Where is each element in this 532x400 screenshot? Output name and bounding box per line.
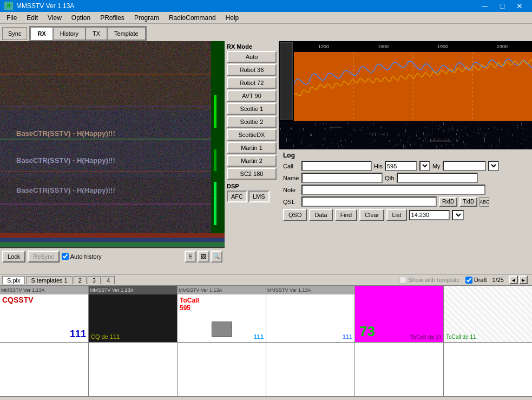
thumb-5[interactable]: 73 ToCall de 11 bbox=[355, 286, 444, 342]
minimize-button[interactable]: ─ bbox=[477, 0, 493, 12]
qso-button[interactable]: QSO bbox=[283, 209, 307, 221]
thumb-row2-3[interactable] bbox=[178, 343, 266, 396]
data-button[interactable]: Data bbox=[309, 209, 332, 221]
auto-history-checkbox[interactable] bbox=[62, 253, 69, 260]
txid-button[interactable]: TxID bbox=[459, 197, 477, 207]
thumb-row2-2[interactable] bbox=[89, 343, 178, 396]
thumb-row-1: MMSSTV Ver 1.13A CQSSTV 111 MMSSTV Ver 1… bbox=[0, 286, 532, 343]
spix-tab[interactable]: S.pix bbox=[2, 276, 25, 284]
mode-scottie1[interactable]: Scottie 1 bbox=[227, 103, 277, 115]
tab-3[interactable]: 3 bbox=[88, 276, 101, 284]
mode-auto[interactable]: Auto bbox=[227, 51, 277, 63]
svg-rect-9 bbox=[0, 204, 225, 205]
svg-rect-20 bbox=[0, 242, 225, 247]
thumb-2[interactable]: MMSSTV Ver 1.13A CQ de 111 bbox=[89, 286, 178, 342]
svg-rect-27 bbox=[279, 121, 532, 149]
svg-rect-29 bbox=[367, 133, 375, 134]
qth-input[interactable] bbox=[397, 173, 478, 183]
svg-text:BaseCTR(SSTV) - H(Happy)!!!: BaseCTR(SSTV) - H(Happy)!!! bbox=[16, 186, 115, 194]
menu-help[interactable]: Help bbox=[221, 13, 244, 23]
thumb-row2-6[interactable] bbox=[444, 343, 532, 396]
tab-tx[interactable]: TX bbox=[86, 27, 107, 40]
clear-button[interactable]: Clear bbox=[359, 209, 384, 221]
dsp-lms[interactable]: LMS bbox=[248, 191, 270, 202]
mode-martin2[interactable]: Martin 2 bbox=[227, 155, 277, 167]
thumb-3[interactable]: MMSSTV Ver 1.13A ToCall 595 111 bbox=[178, 286, 266, 342]
log-row-qsl: QSL RxID TxID ABC bbox=[283, 196, 528, 207]
svg-text:BaseCTR(SSTV) - H(Happy)!!!: BaseCTR(SSTV) - H(Happy)!!! bbox=[16, 129, 115, 137]
mode-robot72[interactable]: Robot 72 bbox=[227, 77, 277, 89]
thumb-1[interactable]: MMSSTV Ver 1.13A CQSSTV 111 bbox=[0, 286, 89, 342]
resync-button[interactable]: ReSync bbox=[28, 251, 60, 263]
copy-icon[interactable]: ⎘ bbox=[185, 251, 196, 263]
menu-view[interactable]: View bbox=[43, 13, 66, 23]
maximize-button[interactable]: □ bbox=[494, 0, 510, 12]
freq-select[interactable]: ▾ bbox=[452, 210, 464, 220]
svg-rect-10 bbox=[211, 41, 225, 248]
menu-bar: File Edit View Option PRofiles Program R… bbox=[0, 12, 532, 24]
svg-rect-30 bbox=[431, 140, 451, 142]
show-template-checkbox[interactable] bbox=[399, 277, 406, 284]
waterfall bbox=[279, 121, 532, 149]
mode-sc2180[interactable]: SC2 180 bbox=[227, 168, 277, 180]
close-button[interactable]: ✕ bbox=[511, 0, 528, 12]
call-input[interactable] bbox=[301, 161, 372, 171]
name-label: Name bbox=[283, 175, 299, 181]
my-label: My bbox=[432, 163, 441, 169]
freq-input[interactable] bbox=[409, 210, 450, 220]
menu-profiles[interactable]: PRofiles bbox=[96, 13, 129, 23]
dsp-afc[interactable]: AFC bbox=[227, 191, 247, 202]
menu-option[interactable]: Option bbox=[67, 13, 95, 23]
next-page-button[interactable]: ► bbox=[519, 276, 528, 284]
abc-box[interactable]: ABC bbox=[480, 197, 489, 207]
menu-edit[interactable]: Edit bbox=[22, 13, 42, 23]
mode-martin1[interactable]: Martin 1 bbox=[227, 142, 277, 154]
svg-rect-11 bbox=[214, 95, 216, 128]
find-button[interactable]: Find bbox=[335, 209, 357, 221]
tab-template[interactable]: Template bbox=[107, 27, 146, 40]
menu-radiocommand[interactable]: RadioCommand bbox=[165, 13, 220, 23]
tab-history[interactable]: History bbox=[53, 27, 86, 40]
name-input[interactable] bbox=[301, 173, 383, 183]
thumb-row2-4[interactable] bbox=[266, 343, 355, 396]
svg-rect-19 bbox=[0, 238, 225, 242]
search-icon[interactable]: 🔍 bbox=[211, 251, 222, 263]
prev-page-button[interactable]: ◄ bbox=[509, 276, 518, 284]
rx-mode-label: RX Mode bbox=[227, 43, 277, 50]
stemplates-tab[interactable]: S.templates 1 bbox=[26, 276, 72, 284]
spectrum-wave bbox=[294, 52, 532, 132]
tab-4[interactable]: 4 bbox=[102, 276, 115, 284]
tab-bar: Sync RX History TX Template bbox=[0, 24, 532, 41]
mode-avt90[interactable]: AVT 90 bbox=[227, 90, 277, 102]
svg-rect-4 bbox=[0, 41, 225, 248]
my-input[interactable] bbox=[443, 161, 486, 171]
lock-button[interactable]: Lock bbox=[2, 251, 25, 263]
my-select[interactable]: ▾ bbox=[488, 161, 499, 171]
qsl-input[interactable] bbox=[301, 196, 437, 207]
mode-scottie2[interactable]: Scottie 2 bbox=[227, 116, 277, 128]
draft-checkbox[interactable] bbox=[465, 277, 472, 284]
tab-2[interactable]: 2 bbox=[74, 276, 87, 284]
svg-rect-8 bbox=[0, 171, 225, 172]
list-button[interactable]: List bbox=[386, 209, 406, 221]
sync-button[interactable]: Sync bbox=[2, 27, 27, 40]
mode-scottiedx[interactable]: ScottieDX bbox=[227, 129, 277, 141]
log-row-name: Name Qth bbox=[283, 173, 528, 183]
his-input[interactable] bbox=[385, 161, 417, 171]
note-input[interactable] bbox=[301, 185, 485, 195]
menu-program[interactable]: Program bbox=[130, 13, 163, 23]
rxid-button[interactable]: RxID bbox=[439, 197, 457, 207]
freq-labels: 1200 1500 1900 2300 bbox=[294, 41, 532, 52]
rx-image-panel: BaseCTR(SSTV) - H(Happy)!!! BaseCTR(SSTV… bbox=[0, 41, 225, 274]
thumb-row2-1[interactable] bbox=[0, 343, 89, 396]
app-title: MMSSTV Ver 1.13A bbox=[16, 2, 74, 10]
mode-robot36[interactable]: Robot 36 bbox=[227, 64, 277, 76]
menu-file[interactable]: File bbox=[2, 13, 21, 23]
thumb-6[interactable]: ToCall de 11 bbox=[444, 286, 532, 342]
his-select[interactable]: ▾ bbox=[419, 161, 430, 171]
tab-rx[interactable]: RX bbox=[30, 27, 52, 40]
thumb-4[interactable]: MMSSTV Ver 1.13A 111 bbox=[266, 286, 355, 342]
log-row-call: Call His ▾ My ▾ bbox=[283, 161, 528, 171]
thumb-row2-5[interactable] bbox=[355, 343, 444, 396]
image-icon[interactable]: 🖼 bbox=[198, 251, 209, 263]
